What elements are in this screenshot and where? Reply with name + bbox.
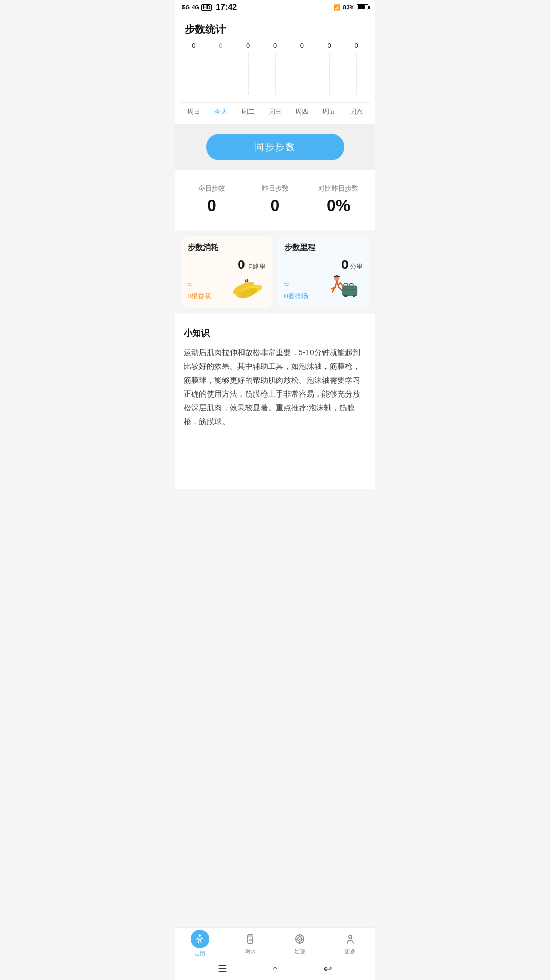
battery-icon (357, 4, 368, 10)
signal-4g: 4G (192, 4, 199, 10)
svg-point-23 (349, 935, 352, 939)
walk-icon (191, 930, 209, 948)
chart-col-3: 0 (261, 41, 289, 102)
sport-image (327, 275, 363, 301)
nav-label-footprint: 足迹 (294, 948, 305, 955)
knowledge-text: 运动后肌肉拉伸和放松非常重要，5-10分钟就能起到比较好的效果。其中辅助工具，如… (184, 345, 367, 428)
calories-value-row: 0 卡路里 (188, 258, 266, 272)
nav-item-water[interactable]: 喝水 (225, 932, 275, 957)
bar-value-0: 0 (192, 41, 195, 49)
calories-equiv: 0根香蕉 (188, 291, 211, 301)
chart-col-6: 0 (343, 41, 370, 102)
menu-btn[interactable]: ☰ (218, 963, 227, 975)
bar-dashed-3 (275, 53, 276, 94)
bar-value-2: 0 (246, 41, 250, 49)
distance-value-row: 0 公里 (284, 258, 363, 272)
wifi-icon: 📶 (334, 4, 341, 11)
knowledge-title: 小知识 (184, 327, 367, 339)
chart-label-4: 周四 (289, 107, 316, 116)
bar-dashed-2 (248, 53, 249, 94)
calories-card: 步数消耗 0 卡路里 ≈ 0根香蕉 (181, 236, 272, 308)
bar-value-4: 0 (300, 41, 304, 49)
stat-yesterday-label: 昨日步数 (262, 184, 289, 193)
footprint-icon (293, 932, 307, 946)
distance-value: 0 (341, 258, 348, 272)
bar-dashed-4 (302, 53, 302, 94)
bar-dashed-0 (194, 53, 194, 94)
nav-item-footprint[interactable]: 足迹 (275, 932, 325, 957)
distance-card-title: 步数里程 (284, 243, 363, 253)
stat-today-label: 今日步数 (198, 184, 225, 193)
nav-items: 走路 喝水 (175, 928, 375, 960)
chart-label-6: 周六 (343, 107, 370, 116)
distance-bottom: ≈ 0圈操场 (284, 275, 363, 301)
chart-col-4: 0 (289, 41, 316, 102)
distance-equiv: 0圈操场 (284, 291, 308, 301)
svg-rect-13 (248, 935, 253, 937)
banana-image (230, 275, 266, 301)
bar-dashed-1 (221, 53, 221, 94)
svg-rect-5 (344, 283, 348, 286)
nav-item-more[interactable]: 更多 (325, 932, 375, 957)
chart-section: 0 0 0 0 0 (175, 41, 375, 124)
stat-today-value: 0 (207, 196, 216, 215)
bar-dashed-5 (329, 53, 330, 94)
chart-label-3: 周三 (261, 107, 289, 116)
calories-value: 0 (238, 258, 245, 272)
bottom-nav: 走路 喝水 (175, 927, 375, 980)
bar-value-1: 0 (219, 41, 222, 49)
system-bar: ☰ ⌂ ↩ (175, 960, 375, 980)
bar-value-3: 0 (273, 41, 277, 49)
page-title-section: 步数统计 (175, 14, 375, 41)
bar-value-6: 0 (354, 41, 358, 49)
signal-5g: 5G (182, 4, 190, 10)
calories-approx-icon: ≈ (188, 280, 211, 289)
calories-card-title: 步数消耗 (188, 243, 266, 253)
stat-compare: 对比昨日步数 0% (307, 184, 370, 215)
nav-item-walk[interactable]: 走路 (175, 932, 226, 957)
status-left: 5G 4G HD 17:42 (182, 3, 237, 12)
nav-label-walk: 走路 (194, 950, 206, 957)
chart-label-5: 周五 (316, 107, 343, 116)
chart-col-1: 0 (207, 41, 234, 102)
page-title: 步数统计 (185, 23, 366, 36)
stat-yesterday-value: 0 (271, 196, 280, 215)
stat-compare-value: 0% (327, 196, 350, 215)
calories-bottom: ≈ 0根香蕉 (188, 275, 266, 301)
stat-compare-label: 对比昨日步数 (318, 184, 358, 193)
home-btn[interactable]: ⌂ (272, 963, 278, 975)
time-display: 17:42 (216, 3, 237, 12)
chart-col-2: 0 (234, 41, 261, 102)
chart-labels: 周日 今天 周二 周三 周四 周五 周六 (180, 107, 370, 116)
status-right: 📶 83% (334, 4, 368, 11)
chart-col-5: 0 (316, 41, 343, 102)
status-bar: 5G 4G HD 17:42 📶 83% (175, 0, 375, 14)
distance-approx-icon: ≈ (284, 280, 308, 289)
stat-yesterday: 昨日步数 0 (243, 184, 307, 215)
back-btn[interactable]: ↩ (323, 963, 332, 975)
sync-button[interactable]: 同步步数 (206, 134, 344, 160)
battery-percent: 83% (343, 4, 354, 10)
distance-card: 步数里程 0 公里 ≈ 0圈操场 (278, 236, 369, 308)
chart-label-2: 周二 (234, 107, 261, 116)
svg-point-18 (299, 939, 301, 940)
calories-unit: 卡路里 (246, 262, 266, 272)
main-content: 步数统计 0 0 0 0 (175, 14, 375, 489)
chart-label-1: 今天 (207, 107, 234, 116)
more-icon (343, 932, 357, 946)
stats-row: 今日步数 0 昨日步数 0 对比昨日步数 0% (175, 174, 375, 225)
svg-point-11 (199, 934, 201, 937)
svg-point-9 (352, 294, 355, 297)
chart-bars: 0 0 0 0 0 (180, 41, 370, 103)
distance-unit: 公里 (350, 262, 363, 272)
sync-section: 同步步数 (175, 124, 375, 170)
svg-rect-6 (349, 283, 353, 286)
bar-value-5: 0 (328, 41, 331, 49)
chart-label-0: 周日 (180, 107, 208, 116)
cards-section: 步数消耗 0 卡路里 ≈ 0根香蕉 (175, 230, 375, 314)
stat-today: 今日步数 0 (180, 184, 243, 215)
hd-icon: HD (201, 4, 212, 11)
nav-label-more: 更多 (344, 948, 356, 955)
bar-dashed-6 (356, 53, 357, 94)
water-icon (243, 932, 257, 946)
